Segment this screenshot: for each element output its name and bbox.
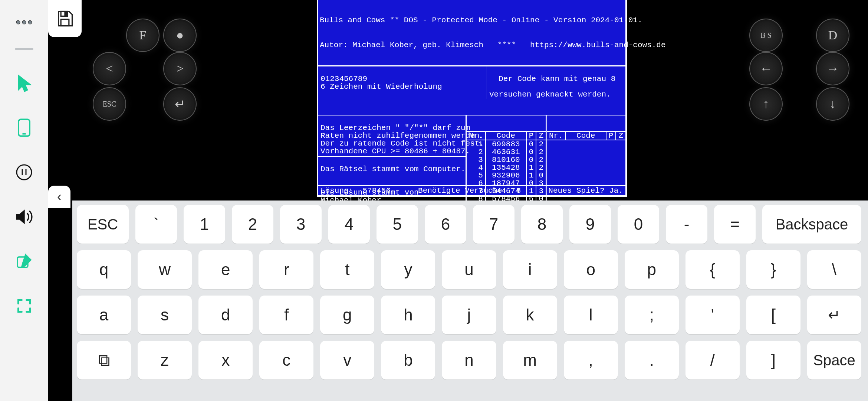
key-n[interactable]: n bbox=[442, 341, 496, 379]
dos-rule-4: Vorhandene CPU >= 80486 + 80487. bbox=[320, 147, 463, 155]
key-y[interactable]: y bbox=[381, 250, 435, 289]
key-f[interactable]: f bbox=[259, 296, 313, 334]
key-p[interactable]: p bbox=[625, 250, 679, 289]
game-button-up[interactable]: ↑ bbox=[749, 87, 783, 121]
svg-rect-10 bbox=[65, 12, 66, 16]
key-2[interactable]: 2 bbox=[232, 205, 273, 244]
key-[interactable]: ; bbox=[625, 296, 679, 334]
svg-point-0 bbox=[16, 20, 20, 24]
chevron-left-icon: ‹ bbox=[57, 189, 62, 205]
pointer-icon[interactable] bbox=[13, 72, 35, 94]
dos-rule-3: Der zu ratende Code ist nicht fest. bbox=[320, 140, 463, 147]
save-card[interactable] bbox=[48, 0, 82, 37]
key-m[interactable]: m bbox=[503, 341, 557, 379]
key-q[interactable]: q bbox=[77, 250, 131, 289]
key-8[interactable]: 8 bbox=[521, 205, 563, 244]
game-button-left[interactable]: ← bbox=[749, 52, 783, 85]
fullscreen-icon[interactable] bbox=[13, 295, 35, 317]
game-button-record[interactable]: ● bbox=[163, 19, 197, 52]
key-[interactable]: ⧉ bbox=[77, 341, 131, 379]
svg-point-2 bbox=[28, 20, 32, 24]
key-i[interactable]: i bbox=[503, 250, 557, 289]
key-[interactable]: [ bbox=[746, 296, 800, 334]
key-esc[interactable]: ESC bbox=[77, 205, 129, 244]
game-button-bs[interactable]: B S bbox=[749, 19, 783, 52]
key-7[interactable]: 7 bbox=[473, 205, 514, 244]
keyboard-row-2: qwertyuiop{}\ bbox=[77, 250, 861, 289]
key-w[interactable]: w bbox=[138, 250, 192, 289]
key-5[interactable]: 5 bbox=[377, 205, 418, 244]
dos-window: Bulls and Cows ** DOS - Protected Mode -… bbox=[317, 0, 627, 197]
key-[interactable]: } bbox=[746, 250, 800, 289]
key-d[interactable]: d bbox=[198, 296, 253, 334]
key-b[interactable]: b bbox=[381, 341, 435, 379]
dos-new-game: Neues Spiel? Ja. bbox=[548, 187, 623, 195]
game-button-f[interactable]: F bbox=[126, 19, 160, 52]
virtual-keyboard: ESC`1234567890-=Backspace qwertyuiop{}\ … bbox=[72, 200, 868, 401]
key-3[interactable]: 3 bbox=[280, 205, 322, 244]
svg-rect-9 bbox=[61, 19, 69, 26]
key-space[interactable]: Space bbox=[807, 341, 861, 379]
key-a[interactable]: a bbox=[77, 296, 131, 334]
key-[interactable]: = bbox=[714, 205, 756, 244]
key-[interactable]: / bbox=[685, 341, 740, 379]
dos-status-bar: Lösung: 578456 Benötigte Versuche: 8 Neu… bbox=[318, 185, 625, 195]
key-h[interactable]: h bbox=[381, 296, 435, 334]
col-nr: Nr. bbox=[467, 131, 486, 140]
game-button-enter[interactable]: ↵ bbox=[163, 87, 197, 121]
dos-author: Autor: Michael Kober, geb. Klimesch ****… bbox=[318, 40, 625, 50]
key-t[interactable]: t bbox=[320, 250, 374, 289]
key-backspace[interactable]: Backspace bbox=[762, 205, 861, 244]
pause-icon[interactable] bbox=[13, 161, 35, 183]
key-6[interactable]: 6 bbox=[425, 205, 466, 244]
device-icon[interactable] bbox=[13, 117, 35, 139]
sidebar-divider bbox=[15, 48, 33, 50]
game-button-d[interactable]: D bbox=[816, 19, 849, 52]
game-button-esc[interactable]: ESC bbox=[93, 87, 126, 121]
menu-icon[interactable] bbox=[13, 11, 35, 33]
key-[interactable]: ' bbox=[685, 296, 740, 334]
key-s[interactable]: s bbox=[138, 296, 192, 334]
key-[interactable]: \ bbox=[807, 250, 861, 289]
key-v[interactable]: v bbox=[320, 341, 374, 379]
game-button-right[interactable]: → bbox=[816, 52, 849, 85]
key-[interactable]: ] bbox=[746, 341, 800, 379]
key-r[interactable]: r bbox=[259, 250, 313, 289]
key-k[interactable]: k bbox=[503, 296, 557, 334]
key-[interactable]: . bbox=[625, 341, 679, 379]
dos-title: Bulls and Cows ** DOS - Protected Mode -… bbox=[318, 16, 625, 25]
key-4[interactable]: 4 bbox=[328, 205, 370, 244]
edit-icon[interactable] bbox=[13, 250, 35, 273]
key-u[interactable]: u bbox=[442, 250, 496, 289]
guess-row: 246363102 bbox=[467, 148, 546, 156]
key-e[interactable]: e bbox=[198, 250, 253, 289]
key-9[interactable]: 9 bbox=[569, 205, 611, 244]
dos-solution: Lösung: 578456 bbox=[320, 187, 391, 195]
key-x[interactable]: x bbox=[198, 341, 253, 379]
guess-row: 169988302 bbox=[467, 140, 546, 148]
collapse-keyboard-tab[interactable]: ‹ bbox=[48, 186, 70, 208]
speaker-icon[interactable] bbox=[13, 206, 35, 228]
dos-rule-2: Raten nicht zuhilfegenommen werden. bbox=[320, 132, 463, 140]
key-1[interactable]: 1 bbox=[184, 205, 225, 244]
key-[interactable]: , bbox=[564, 341, 618, 379]
dos-mode: 6 Zeichen mit Wiederholung bbox=[320, 83, 484, 91]
game-button-next[interactable]: > bbox=[163, 52, 197, 85]
keyboard-row-4: ⧉zxcvbnm,./]Space bbox=[77, 341, 861, 379]
key-0[interactable]: 0 bbox=[618, 205, 659, 244]
key-[interactable]: ↵ bbox=[807, 296, 861, 334]
col-code: Code bbox=[486, 131, 526, 140]
key-z[interactable]: z bbox=[138, 341, 192, 379]
game-button-down[interactable]: ↓ bbox=[816, 87, 849, 121]
key-[interactable]: ` bbox=[135, 205, 177, 244]
key-l[interactable]: l bbox=[564, 296, 618, 334]
dos-tries: Benötigte Versuche: 8 bbox=[418, 187, 521, 195]
key-j[interactable]: j bbox=[442, 296, 496, 334]
key-[interactable]: { bbox=[685, 250, 740, 289]
game-button-prev[interactable]: < bbox=[93, 52, 126, 85]
guess-row: 413542812 bbox=[467, 164, 546, 172]
key-g[interactable]: g bbox=[320, 296, 374, 334]
key-c[interactable]: c bbox=[259, 341, 313, 379]
key-[interactable]: - bbox=[666, 205, 707, 244]
key-o[interactable]: o bbox=[564, 250, 618, 289]
